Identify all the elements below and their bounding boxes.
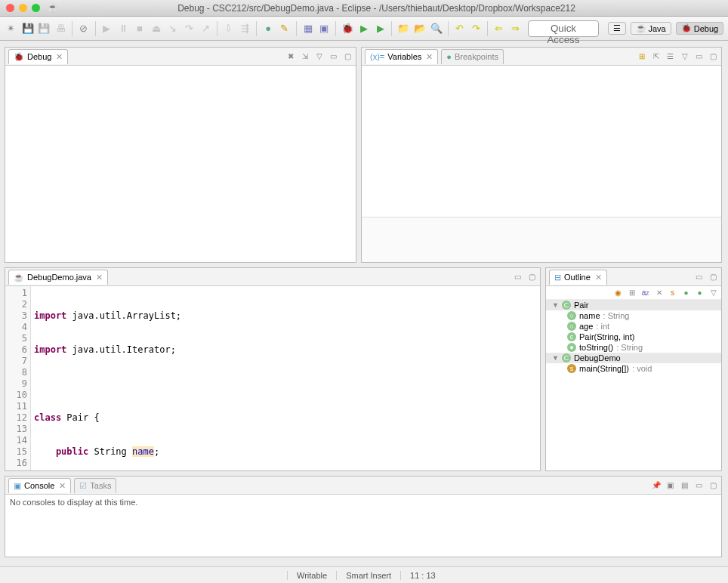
hide-static-icon[interactable]: s	[668, 288, 677, 298]
open-console-icon[interactable]: ▤	[680, 480, 689, 490]
debug-perspective-button[interactable]: 🐞Debug	[676, 22, 723, 35]
status-insert-mode: Smart Insert	[336, 571, 400, 580]
tasks-tab[interactable]: ☑Tasks	[74, 478, 116, 493]
new-package-icon[interactable]: 📁	[396, 21, 410, 36]
minimize-icon[interactable]: ▭	[694, 51, 704, 61]
run-icon[interactable]: ▶	[357, 21, 371, 36]
hide-local-icon[interactable]: ●	[695, 288, 705, 298]
breakpoint-icon[interactable]: ●	[261, 21, 275, 36]
prev-annotation-icon[interactable]: ↶	[453, 21, 467, 36]
save-all-icon[interactable]: 💾	[38, 21, 51, 36]
minimize-icon[interactable]: ▭	[694, 272, 704, 282]
az-icon[interactable]: az	[640, 288, 650, 298]
tree-icon[interactable]: ⇲	[300, 51, 310, 61]
collapse-icon: ▼	[552, 354, 559, 362]
remove-icon[interactable]: ✖	[285, 51, 295, 61]
variable-icon: (x)=	[370, 52, 384, 61]
window-title: Debug - CSC212/src/DebugDemo.java - Ecli…	[61, 3, 722, 14]
outline-item-age[interactable]: ○age : int	[546, 321, 721, 332]
constructor-icon: c	[567, 332, 576, 341]
drop-frame-icon[interactable]: ⇩	[222, 21, 236, 36]
field-icon: ○	[567, 322, 576, 331]
maximize-icon[interactable]: ▢	[708, 272, 718, 282]
run-last-icon[interactable]: ▶	[374, 21, 387, 36]
variables-tab[interactable]: (x)=Variables✕	[365, 49, 438, 64]
hide-non-public-icon[interactable]: ●	[681, 288, 691, 298]
method-icon: ●	[567, 343, 576, 352]
back-icon[interactable]: ⇐	[492, 21, 506, 36]
java-icon: ☕	[636, 23, 646, 33]
maximize-icon[interactable]: ▢	[343, 51, 353, 61]
status-cursor-position: 11 : 13	[400, 571, 445, 580]
code-editor[interactable]: 1 2 3 4 5 6 7 8 9 10 11 12 13 14 15 16 i…	[5, 286, 540, 470]
print-icon[interactable]: 🖶	[54, 21, 67, 36]
java-file-icon: ☕	[14, 273, 24, 282]
menu-icon[interactable]: ▽	[680, 51, 689, 61]
suspend-icon[interactable]: ⏸	[116, 21, 130, 36]
display-icon[interactable]: ▣	[665, 480, 675, 490]
minimize-icon[interactable]: ▭	[329, 51, 338, 61]
quick-access-button[interactable]: Quick Access	[528, 20, 598, 37]
close-icon[interactable]: ✕	[426, 52, 433, 62]
minimize-icon[interactable]: ▭	[694, 480, 704, 490]
skip-breakpoints-icon[interactable]: ⊘	[77, 21, 91, 36]
resume-icon[interactable]: ▶	[100, 21, 114, 36]
new-icon[interactable]: ✴	[5, 21, 18, 36]
close-icon[interactable]: ✕	[96, 273, 103, 282]
minimize-icon[interactable]	[19, 4, 27, 12]
forward-icon[interactable]: ⇒	[509, 21, 523, 36]
outline-item-name[interactable]: ○name : String	[546, 310, 721, 321]
console-tab[interactable]: ▣Console✕	[8, 478, 71, 493]
inspect-icon[interactable]: ▣	[317, 21, 331, 36]
debug-tab[interactable]: 🐞Debug✕	[8, 49, 68, 64]
outline-item-tostring[interactable]: ●toString() : String	[546, 342, 721, 353]
close-icon[interactable]: ✕	[56, 52, 63, 62]
minimize-icon[interactable]: ▭	[513, 272, 523, 282]
menu-icon[interactable]: ▽	[314, 51, 324, 61]
status-bar: Writable Smart Insert 11 : 13	[0, 566, 728, 583]
outline-item-pair[interactable]: ▼CPair	[546, 300, 721, 310]
sort-icon[interactable]: ⊞	[627, 288, 637, 298]
outline-item-main[interactable]: smain(String[]) : void	[546, 363, 721, 374]
open-type-icon[interactable]: 📂	[413, 21, 427, 36]
outline-item-ctor[interactable]: cPair(String, int)	[546, 332, 721, 342]
status-writable: Writable	[287, 571, 336, 580]
maximize-icon[interactable]: ▢	[527, 272, 537, 282]
step-into-icon[interactable]: ↘	[166, 21, 180, 36]
line-gutter[interactable]: 1 2 3 4 5 6 7 8 9 10 11 12 13 14 15 16	[5, 286, 31, 470]
focus-icon[interactable]: ◉	[613, 288, 623, 298]
expression-icon[interactable]: ✎	[278, 21, 292, 36]
open-perspective-button[interactable]: ☰	[608, 22, 626, 35]
menu-icon[interactable]: ▽	[708, 288, 718, 298]
step-over-icon[interactable]: ↷	[182, 21, 196, 36]
next-annotation-icon[interactable]: ↷	[469, 21, 483, 36]
main-toolbar: ✴ 💾 💾 🖶 ⊘ ▶ ⏸ ■ ⏏ ↘ ↷ ↗ ⇩ ⇶ ● ✎ ▦ ▣ 🐞 ▶ …	[0, 17, 728, 41]
search-icon[interactable]: 🔍	[430, 21, 443, 36]
layout-icon[interactable]: ☰	[665, 51, 675, 61]
java-perspective-button[interactable]: ☕Java	[631, 22, 671, 35]
terminate-icon[interactable]: ■	[133, 21, 147, 36]
breakpoints-tab[interactable]: ●Breakpoints	[441, 49, 504, 64]
outline-tab[interactable]: ⊟Outline✕	[549, 270, 607, 285]
debug-view: 🐞Debug✕ ✖ ⇲ ▽ ▭ ▢	[5, 47, 356, 263]
editor-tab[interactable]: ☕DebugDemo.java✕	[8, 270, 108, 285]
debug-icon[interactable]: 🐞	[341, 21, 354, 36]
hide-fields-icon[interactable]: ✕	[654, 288, 664, 298]
editor-view: ☕DebugDemo.java✕ ▭ ▢ 1 2 3 4 5 6 7 8 9 1…	[5, 267, 541, 471]
display-icon[interactable]: ▦	[301, 21, 315, 36]
maximize-icon[interactable]: ▢	[708, 51, 718, 61]
disconnect-icon[interactable]: ⏏	[150, 21, 163, 36]
close-icon[interactable]: ✕	[59, 481, 66, 491]
close-icon[interactable]	[6, 4, 14, 12]
type-icon[interactable]: ⊞	[637, 51, 646, 61]
zoom-icon[interactable]	[32, 4, 40, 12]
outline-item-debugdemo[interactable]: ▼CDebugDemo	[546, 353, 721, 363]
close-icon[interactable]: ✕	[595, 273, 602, 282]
save-icon[interactable]: 💾	[21, 21, 35, 36]
step-filters-icon[interactable]: ⇶	[239, 21, 252, 36]
pin-icon[interactable]: 📌	[651, 480, 661, 490]
outline-view: ⊟Outline✕ ▭ ▢ ◉ ⊞ az ✕ s ● ● ▽ ▼CPair ○n…	[545, 267, 722, 471]
collapse-icon[interactable]: ⇱	[651, 51, 661, 61]
maximize-icon[interactable]: ▢	[708, 480, 718, 490]
step-return-icon[interactable]: ↗	[199, 21, 212, 36]
